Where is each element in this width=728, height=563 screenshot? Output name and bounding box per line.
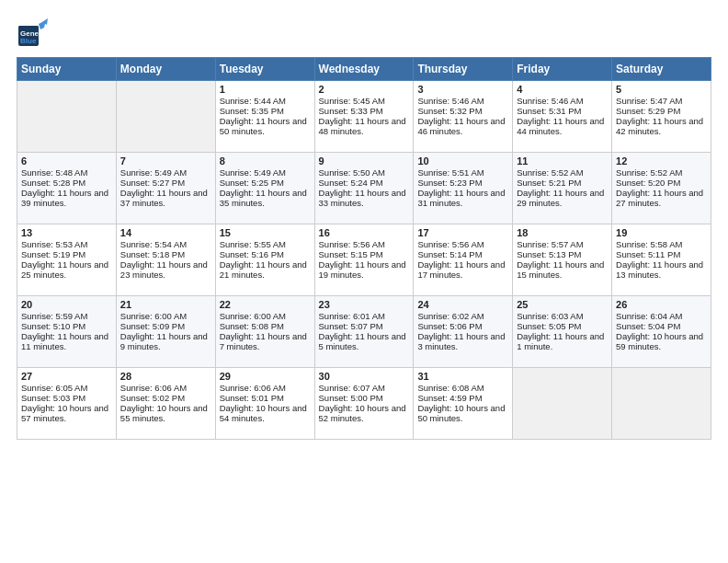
sunset-text: Sunset: 5:07 PM (319, 321, 410, 331)
sunrise-text: Sunrise: 5:56 AM (417, 239, 508, 249)
sunrise-text: Sunrise: 6:04 AM (616, 311, 707, 321)
daylight-text: Daylight: 11 hours and 42 minutes. (616, 116, 707, 136)
day-number: 27 (21, 371, 112, 382)
sunrise-text: Sunrise: 5:46 AM (417, 96, 508, 106)
sunrise-text: Sunrise: 5:46 AM (517, 96, 608, 106)
calendar-cell: 22Sunrise: 6:00 AMSunset: 5:08 PMDayligh… (215, 296, 314, 368)
calendar-cell: 9Sunrise: 5:50 AMSunset: 5:24 PMDaylight… (314, 153, 414, 224)
sunset-text: Sunset: 5:32 PM (417, 106, 508, 116)
day-number: 13 (21, 227, 112, 238)
sunset-text: Sunset: 5:21 PM (517, 178, 608, 188)
day-number: 9 (319, 155, 410, 167)
daylight-text: Daylight: 11 hours and 31 minutes. (417, 188, 508, 208)
sunrise-text: Sunrise: 5:50 AM (319, 167, 410, 178)
daylight-text: Daylight: 11 hours and 25 minutes. (21, 259, 112, 280)
calendar-cell: 29Sunrise: 6:06 AMSunset: 5:01 PMDayligh… (215, 368, 314, 440)
daylight-text: Daylight: 11 hours and 7 minutes. (220, 331, 311, 351)
calendar-cell: 1Sunrise: 5:44 AMSunset: 5:35 PMDaylight… (215, 81, 314, 153)
sunrise-text: Sunrise: 6:01 AM (319, 311, 410, 321)
daylight-text: Daylight: 11 hours and 27 minutes. (616, 188, 707, 208)
calendar-cell (116, 81, 215, 153)
sunrise-text: Sunrise: 6:03 AM (517, 311, 608, 321)
calendar-cell: 19Sunrise: 5:58 AMSunset: 5:11 PMDayligh… (612, 224, 711, 296)
sunset-text: Sunset: 5:18 PM (120, 249, 211, 259)
sunrise-text: Sunrise: 6:00 AM (220, 311, 311, 321)
calendar-cell: 20Sunrise: 5:59 AMSunset: 5:10 PMDayligh… (17, 296, 117, 368)
calendar-cell: 27Sunrise: 6:05 AMSunset: 5:03 PMDayligh… (17, 368, 117, 440)
daylight-text: Daylight: 11 hours and 1 minute. (517, 331, 608, 351)
calendar-cell: 8Sunrise: 5:49 AMSunset: 5:25 PMDaylight… (215, 153, 314, 224)
sunset-text: Sunset: 5:23 PM (417, 178, 508, 188)
col-header-friday: Friday (513, 58, 612, 81)
day-number: 6 (21, 155, 112, 167)
sunrise-text: Sunrise: 5:52 AM (616, 167, 707, 178)
calendar-cell: 21Sunrise: 6:00 AMSunset: 5:09 PMDayligh… (116, 296, 215, 368)
sunset-text: Sunset: 5:24 PM (319, 178, 410, 188)
sunset-text: Sunset: 5:27 PM (120, 178, 211, 188)
col-header-thursday: Thursday (414, 58, 513, 81)
day-number: 17 (417, 227, 508, 238)
day-number: 1 (220, 84, 311, 95)
daylight-text: Daylight: 11 hours and 37 minutes. (120, 188, 211, 208)
calendar-cell: 23Sunrise: 6:01 AMSunset: 5:07 PMDayligh… (314, 296, 414, 368)
day-number: 3 (417, 84, 508, 95)
sunrise-text: Sunrise: 5:49 AM (220, 167, 311, 178)
col-header-monday: Monday (116, 58, 215, 81)
sunrise-text: Sunrise: 5:44 AM (220, 96, 311, 106)
sunset-text: Sunset: 5:31 PM (517, 106, 608, 116)
daylight-text: Daylight: 10 hours and 54 minutes. (220, 403, 311, 423)
sunset-text: Sunset: 5:09 PM (120, 321, 211, 331)
sunset-text: Sunset: 5:10 PM (21, 321, 112, 331)
day-number: 5 (616, 84, 707, 95)
sunrise-text: Sunrise: 5:56 AM (319, 239, 410, 249)
sunset-text: Sunset: 5:33 PM (319, 106, 410, 116)
daylight-text: Daylight: 11 hours and 48 minutes. (319, 116, 410, 136)
daylight-text: Daylight: 11 hours and 39 minutes. (21, 188, 112, 208)
week-row-0: 1Sunrise: 5:44 AMSunset: 5:35 PMDaylight… (17, 81, 711, 153)
sunset-text: Sunset: 5:20 PM (616, 178, 707, 188)
daylight-text: Daylight: 11 hours and 21 minutes. (220, 259, 311, 280)
daylight-text: Daylight: 10 hours and 55 minutes. (120, 403, 211, 423)
sunrise-text: Sunrise: 6:05 AM (21, 383, 112, 393)
sunrise-text: Sunrise: 5:54 AM (120, 239, 211, 249)
sunset-text: Sunset: 5:03 PM (21, 393, 112, 403)
sunrise-text: Sunrise: 5:53 AM (21, 239, 112, 249)
sunset-text: Sunset: 5:16 PM (220, 249, 311, 259)
week-row-3: 20Sunrise: 5:59 AMSunset: 5:10 PMDayligh… (17, 296, 711, 368)
sunset-text: Sunset: 5:06 PM (417, 321, 508, 331)
daylight-text: Daylight: 10 hours and 57 minutes. (21, 403, 112, 423)
daylight-text: Daylight: 11 hours and 35 minutes. (220, 188, 311, 208)
day-number: 8 (220, 155, 311, 167)
daylight-text: Daylight: 11 hours and 9 minutes. (120, 331, 211, 351)
day-number: 19 (616, 227, 707, 238)
daylight-text: Daylight: 10 hours and 59 minutes. (616, 331, 707, 351)
calendar-cell (612, 368, 711, 440)
col-header-saturday: Saturday (612, 58, 711, 81)
sunrise-text: Sunrise: 5:49 AM (120, 167, 211, 178)
daylight-text: Daylight: 11 hours and 33 minutes. (319, 188, 410, 208)
day-number: 10 (417, 155, 508, 167)
col-header-sunday: Sunday (17, 58, 117, 81)
sunrise-text: Sunrise: 6:07 AM (319, 383, 410, 393)
week-row-2: 13Sunrise: 5:53 AMSunset: 5:19 PMDayligh… (17, 224, 711, 296)
sunrise-text: Sunrise: 6:06 AM (120, 383, 211, 393)
calendar-cell: 12Sunrise: 5:52 AMSunset: 5:20 PMDayligh… (612, 153, 711, 224)
day-number: 30 (319, 371, 410, 382)
calendar-cell: 10Sunrise: 5:51 AMSunset: 5:23 PMDayligh… (414, 153, 513, 224)
daylight-text: Daylight: 10 hours and 50 minutes. (417, 403, 508, 423)
day-number: 16 (319, 227, 410, 238)
sunrise-text: Sunrise: 6:06 AM (220, 383, 311, 393)
day-number: 15 (220, 227, 311, 238)
calendar-cell: 14Sunrise: 5:54 AMSunset: 5:18 PMDayligh… (116, 224, 215, 296)
header: General Blue (17, 17, 711, 50)
daylight-text: Daylight: 11 hours and 19 minutes. (319, 259, 410, 280)
sunset-text: Sunset: 4:59 PM (417, 393, 508, 403)
daylight-text: Daylight: 11 hours and 44 minutes. (517, 116, 608, 136)
sunrise-text: Sunrise: 5:58 AM (616, 239, 707, 249)
calendar-cell (17, 81, 117, 153)
day-number: 14 (120, 227, 211, 238)
sunrise-text: Sunrise: 5:47 AM (616, 96, 707, 106)
col-header-wednesday: Wednesday (314, 58, 414, 81)
calendar-cell: 16Sunrise: 5:56 AMSunset: 5:15 PMDayligh… (314, 224, 414, 296)
sunrise-text: Sunrise: 5:52 AM (517, 167, 608, 178)
